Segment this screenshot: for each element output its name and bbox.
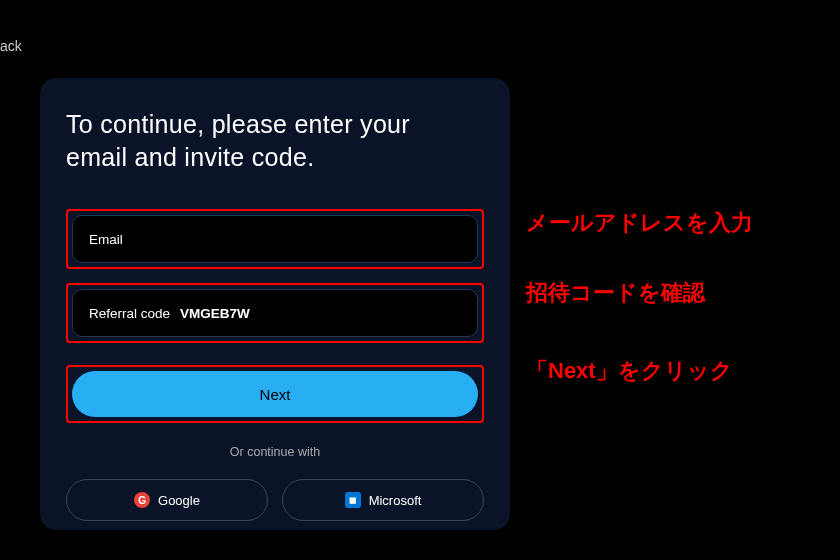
referral-highlight: Referral code VMGEB7W	[66, 283, 484, 343]
oauth-row: G Google ◼ Microsoft	[66, 479, 484, 521]
microsoft-icon: ◼	[345, 492, 361, 508]
email-field[interactable]: Email	[72, 215, 478, 263]
annotation-email: メールアドレスを入力	[526, 208, 753, 238]
back-link[interactable]: ack	[0, 38, 22, 54]
referral-field[interactable]: Referral code VMGEB7W	[72, 289, 478, 337]
referral-value: VMGEB7W	[180, 306, 250, 321]
google-icon: G	[134, 492, 150, 508]
heading-line-1: To continue, please enter your	[66, 110, 410, 138]
page-title: To continue, please enter your email and…	[66, 108, 484, 173]
microsoft-label: Microsoft	[369, 493, 422, 508]
divider-text: Or continue with	[66, 445, 484, 459]
google-label: Google	[158, 493, 200, 508]
signup-card: To continue, please enter your email and…	[40, 78, 510, 530]
microsoft-button[interactable]: ◼ Microsoft	[282, 479, 484, 521]
referral-label: Referral code	[89, 306, 170, 321]
annotation-referral: 招待コードを確認	[526, 278, 705, 308]
annotation-next: 「Next」をクリック	[526, 356, 733, 386]
email-highlight: Email	[66, 209, 484, 269]
email-placeholder: Email	[89, 232, 123, 247]
next-highlight: Next	[66, 365, 484, 423]
next-button[interactable]: Next	[72, 371, 478, 417]
heading-line-2: email and invite code.	[66, 143, 314, 171]
google-button[interactable]: G Google	[66, 479, 268, 521]
